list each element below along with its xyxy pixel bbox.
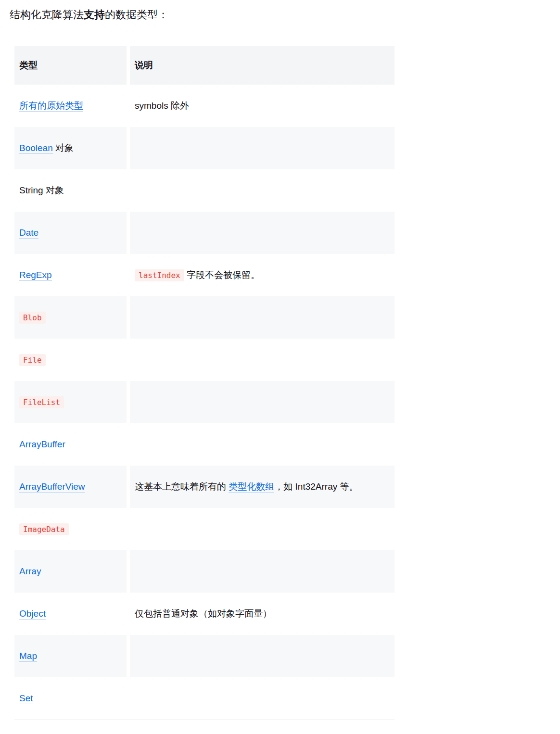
description-cell (130, 169, 395, 212)
table-row: Object仅包括普通对象（如对象字面量） (14, 593, 395, 635)
doc-link[interactable]: ArrayBuffer (19, 439, 65, 450)
type-cell: Map (14, 635, 130, 677)
table-header-row: 类型 说明 (14, 46, 395, 85)
description-cell: 这基本上意味着所有的 类型化数组，如 Int32Array 等。 (130, 466, 395, 508)
table-row: Boolean 对象 (14, 127, 395, 169)
code-link[interactable]: File (19, 354, 46, 365)
table-row: Array (14, 550, 395, 593)
doc-link[interactable]: ArrayBufferView (19, 481, 85, 493)
table-row: RegExplastIndex 字段不会被保留。 (14, 254, 395, 296)
table-body: 所有的原始类型symbols 除外Boolean 对象String 对象Date… (14, 85, 395, 720)
inline-code: Blob (19, 312, 46, 324)
column-header-type: 类型 (14, 46, 130, 85)
supported-types-table: 类型 说明 所有的原始类型symbols 除外Boolean 对象String … (14, 46, 395, 720)
column-header-description: 说明 (130, 46, 395, 85)
cell-text: 仅包括普通对象（如对象字面量） (135, 608, 272, 619)
description-cell (130, 127, 395, 169)
type-cell: ImageData (14, 508, 130, 550)
table-row: 所有的原始类型symbols 除外 (14, 85, 395, 127)
doc-link[interactable]: Object (19, 608, 46, 620)
table-row: Blob (14, 296, 395, 339)
inline-code: lastIndex (135, 269, 184, 281)
type-cell: FileList (14, 381, 130, 423)
table-row: File (14, 339, 395, 381)
type-cell: Array (14, 550, 130, 593)
type-cell: Boolean 对象 (14, 127, 130, 169)
type-cell: File (14, 339, 130, 381)
doc-link[interactable]: Array (19, 566, 41, 577)
inline-code: ImageData (19, 523, 69, 535)
description-cell (130, 423, 395, 466)
doc-link[interactable]: Date (19, 228, 38, 239)
doc-link[interactable]: RegExp (19, 270, 52, 281)
type-cell: Set (14, 677, 130, 720)
type-cell: ArrayBufferView (14, 466, 130, 508)
description-cell (130, 508, 395, 550)
code-link[interactable]: ImageData (19, 524, 69, 534)
type-cell: RegExp (14, 254, 130, 296)
cell-text: 字段不会被保留。 (184, 270, 260, 280)
type-cell: 所有的原始类型 (14, 85, 130, 127)
table-row: Set (14, 677, 395, 720)
table-row: ArrayBuffer (14, 423, 395, 466)
table-row: Date (14, 212, 395, 254)
title-text: 结构化克隆算法 (10, 9, 84, 21)
table-row: FileList (14, 381, 395, 423)
type-cell: Blob (14, 296, 130, 339)
description-cell: symbols 除外 (130, 85, 395, 127)
title-bold-text: 支持 (84, 9, 105, 21)
doc-link[interactable]: 所有的原始类型 (19, 101, 83, 112)
cell-text: String 对象 (19, 185, 64, 195)
doc-link[interactable]: Boolean (19, 143, 53, 154)
title-text: 的数据类型： (105, 9, 168, 21)
description-cell (130, 550, 395, 593)
description-cell: 仅包括普通对象（如对象字面量） (130, 593, 395, 635)
type-cell: String 对象 (14, 169, 130, 212)
doc-link[interactable]: Set (19, 693, 33, 704)
type-cell: ArrayBuffer (14, 423, 130, 466)
description-cell (130, 635, 395, 677)
inline-code: FileList (19, 396, 64, 408)
table-row: Map (14, 635, 395, 677)
inline-code: File (19, 354, 46, 366)
type-cell: Object (14, 593, 130, 635)
table-row: ArrayBufferView这基本上意味着所有的 类型化数组，如 Int32A… (14, 466, 395, 508)
table-row: ImageData (14, 508, 395, 550)
description-cell (130, 339, 395, 381)
cell-text: 对象 (53, 143, 74, 153)
code-link[interactable]: Blob (19, 312, 46, 323)
cell-text: symbols 除外 (135, 101, 189, 111)
article-content: 结构化克隆算法支持的数据类型： 类型 说明 所有的原始类型symbols 除外B… (0, 0, 560, 720)
table-head: 类型 说明 (14, 46, 395, 85)
code-link[interactable]: FileList (19, 397, 64, 407)
description-cell (130, 212, 395, 254)
table-row: String 对象 (14, 169, 395, 212)
type-cell: Date (14, 212, 130, 254)
page-title: 结构化克隆算法支持的数据类型： (10, 8, 560, 22)
cell-text: 这基本上意味着所有的 (135, 481, 229, 492)
cell-text: ，如 Int32Array 等。 (274, 481, 358, 492)
doc-link[interactable]: Map (19, 651, 37, 662)
description-cell: lastIndex 字段不会被保留。 (130, 254, 395, 296)
doc-link[interactable]: 类型化数组 (229, 481, 274, 493)
description-cell (130, 677, 395, 720)
description-cell (130, 296, 395, 339)
description-cell (130, 381, 395, 423)
